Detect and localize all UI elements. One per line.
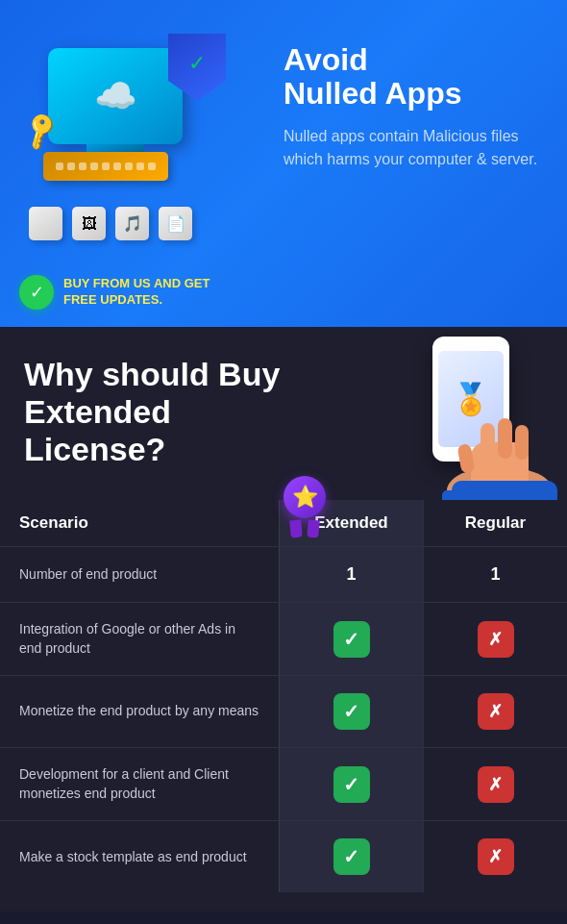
cloud-icon: ☁️ bbox=[94, 76, 137, 116]
table-row: Development for a client and Client mone… bbox=[0, 747, 567, 820]
why-title: Why should Buy Extended License? bbox=[24, 356, 293, 468]
hand-phone-illustration: 🏅 bbox=[365, 327, 567, 500]
row5-scenario: Make a stock template as end product bbox=[0, 821, 279, 892]
check-icon: ✓ bbox=[333, 838, 370, 875]
cross-icon: ✗ bbox=[478, 693, 514, 730]
row2-extended: ✓ bbox=[279, 603, 423, 675]
box3-icon: 🎵 bbox=[115, 207, 149, 240]
row4-extended: ✓ bbox=[279, 748, 423, 820]
svg-rect-7 bbox=[442, 490, 557, 500]
row3-scenario: Monetize the end product by any means bbox=[0, 676, 279, 747]
box1-icon bbox=[29, 207, 62, 240]
why-section: Why should Buy Extended License? 🏅 bbox=[0, 327, 567, 500]
svg-rect-2 bbox=[481, 423, 495, 462]
col-regular-header: Regular bbox=[423, 500, 567, 546]
table-row: Monetize the end product by any means ✓ … bbox=[0, 675, 567, 747]
top-banner: ☁️ ✓ 🔑 🖼 🎵 📄 Avoid Nulled Apps Nulled ap… bbox=[0, 0, 567, 327]
banner-description: Nulled apps contain Malicious files whic… bbox=[284, 125, 548, 171]
box2-icon: 🖼 bbox=[72, 207, 106, 240]
svg-rect-3 bbox=[498, 418, 512, 459]
table-row: Number of end product 1 1 bbox=[0, 546, 567, 602]
green-check-badge: ✓ bbox=[19, 275, 54, 310]
banner-illustration: ☁️ ✓ 🔑 🖼 🎵 📄 bbox=[19, 29, 269, 260]
banner-text: Avoid Nulled Apps Nulled apps contain Ma… bbox=[269, 29, 548, 171]
col-scenario-header: Scenario bbox=[0, 500, 279, 546]
check-icon: ✓ bbox=[333, 766, 370, 803]
row1-scenario: Number of end product bbox=[0, 547, 279, 602]
table-row: Integration of Google or other Ads in en… bbox=[0, 602, 567, 675]
hand-svg bbox=[442, 413, 557, 500]
table-section: Scenario Extended Regular Number of end … bbox=[0, 500, 567, 912]
row1-regular: 1 bbox=[423, 547, 567, 602]
keyboard-icon bbox=[43, 152, 168, 181]
row4-scenario: Development for a client and Client mone… bbox=[0, 748, 279, 820]
banner-title: Avoid Nulled Apps bbox=[284, 43, 548, 111]
medal-icon: 🏅 bbox=[452, 381, 490, 417]
comparison-table: Scenario Extended Regular Number of end … bbox=[0, 500, 567, 892]
row5-regular: ✗ bbox=[423, 821, 567, 892]
cross-icon: ✗ bbox=[478, 766, 514, 803]
table-row: Make a stock template as end product ✓ ✗ bbox=[0, 820, 567, 892]
star-badge-wrapper: ⭐ bbox=[284, 476, 326, 537]
banner-footer: ✓ BUY FROM US AND GET FREE UPDATES. bbox=[19, 275, 210, 310]
star-badge-icon: ⭐ bbox=[284, 476, 326, 518]
row5-extended: ✓ bbox=[279, 821, 423, 892]
box4-icon: 📄 bbox=[159, 207, 192, 240]
cross-icon: ✗ bbox=[478, 838, 514, 875]
svg-rect-5 bbox=[457, 443, 476, 474]
row3-extended: ✓ bbox=[279, 676, 423, 747]
row1-extended: 1 bbox=[279, 547, 423, 602]
check-icon: ✓ bbox=[333, 621, 370, 658]
row4-regular: ✗ bbox=[423, 748, 567, 820]
row2-scenario: Integration of Google or other Ads in en… bbox=[0, 603, 279, 675]
check-icon: ✓ bbox=[333, 693, 370, 730]
shield-check-icon: ✓ bbox=[188, 51, 206, 76]
svg-rect-4 bbox=[515, 425, 529, 460]
banner-footer-text: BUY FROM US AND GET FREE UPDATES. bbox=[63, 276, 210, 309]
row3-regular: ✗ bbox=[423, 676, 567, 747]
row2-regular: ✗ bbox=[423, 603, 567, 675]
cross-icon: ✗ bbox=[478, 621, 514, 658]
monitor-icon: ☁️ bbox=[48, 48, 183, 144]
